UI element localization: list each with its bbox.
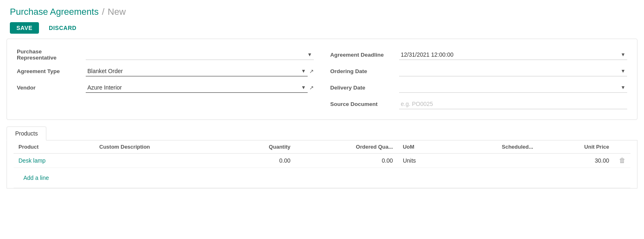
cell-delete: 🗑: [614, 154, 630, 168]
source-document-row: Source Document: [330, 97, 627, 111]
vendor-select-wrapper: Azure Interior ▼: [86, 83, 308, 93]
col-uom: UoM: [398, 140, 448, 154]
purchase-representative-label: PurchaseRepresentative: [17, 48, 82, 61]
agreement-deadline-row: Agreement Deadline ▼: [330, 47, 627, 62]
ordering-date-input[interactable]: [399, 66, 627, 76]
table-row: Desk lamp 0.00 0.00 Units 30.0: [14, 154, 630, 168]
purchase-representative-select[interactable]: [86, 50, 314, 60]
delivery-date-wrapper: ▼: [399, 83, 627, 93]
tab-products[interactable]: Products: [7, 126, 46, 140]
cell-uom: Units: [398, 154, 448, 168]
purchase-representative-value: ▼: [86, 50, 314, 60]
delivery-date-input[interactable]: [399, 83, 627, 93]
form-section: PurchaseRepresentative ▼ Agreement Type: [7, 39, 637, 120]
delivery-date-label: Delivery Date: [330, 85, 396, 91]
col-custom-description: Custom Description: [94, 140, 226, 154]
agreement-deadline-value: ▼: [399, 50, 627, 60]
add-line-button[interactable]: Add a line: [18, 171, 54, 184]
agreement-type-value: Blanket Order ▼ ↗: [86, 66, 314, 76]
col-unit-price: Unit Price: [538, 140, 614, 154]
agreement-type-row: Agreement Type Blanket Order ▼ ↗: [17, 64, 314, 78]
purchase-representative-select-wrapper: ▼: [86, 50, 314, 60]
agreement-deadline-label: Agreement Deadline: [330, 52, 396, 58]
table-header-row: Product Custom Description Quantity Orde…: [14, 140, 630, 154]
ordering-date-wrapper: ▼: [399, 66, 627, 76]
product-link[interactable]: Desk lamp: [18, 157, 46, 164]
cell-quantity: 0.00: [226, 154, 295, 168]
form-left: PurchaseRepresentative ▼ Agreement Type: [17, 47, 314, 111]
discard-button[interactable]: DISCARD: [42, 22, 83, 34]
col-scheduled: Scheduled...: [448, 140, 538, 154]
tabs-header: Products: [7, 126, 637, 140]
source-document-value: [399, 99, 627, 109]
vendor-external-link[interactable]: ↗: [309, 85, 314, 91]
source-document-label: Source Document: [330, 101, 396, 107]
breadcrumb-parent[interactable]: Purchase Agreements: [10, 7, 98, 17]
delivery-date-row: Delivery Date ▼: [330, 80, 627, 95]
ordering-date-value: ▼: [399, 66, 627, 76]
col-ordered-qty: Ordered Qua...: [295, 140, 398, 154]
agreement-type-label: Agreement Type: [17, 68, 82, 74]
vendor-row: Vendor Azure Interior ▼ ↗: [17, 80, 314, 95]
agreement-type-external-link[interactable]: ↗: [309, 68, 314, 74]
agreement-deadline-input[interactable]: [399, 50, 627, 60]
cell-unit-price: 30.00: [538, 154, 614, 168]
col-quantity: Quantity: [226, 140, 295, 154]
vendor-label: Vendor: [17, 85, 82, 91]
vendor-select[interactable]: Azure Interior: [86, 83, 308, 93]
ordering-date-label: Ordering Date: [330, 68, 396, 74]
cell-scheduled: [448, 154, 538, 168]
col-product: Product: [14, 140, 94, 154]
breadcrumb-current: New: [108, 7, 126, 17]
purchase-representative-row: PurchaseRepresentative ▼: [17, 47, 314, 62]
cell-ordered-qty: 0.00: [295, 154, 398, 168]
ordering-date-row: Ordering Date ▼: [330, 64, 627, 78]
col-actions: [614, 140, 630, 154]
source-document-input[interactable]: [399, 99, 627, 109]
tabs-section: Products: [7, 126, 637, 140]
page-header: Purchase Agreements / New: [0, 0, 644, 21]
products-table-wrapper: Product Custom Description Quantity Orde…: [7, 140, 637, 188]
toolbar: SAVE DISCARD: [0, 21, 644, 39]
delivery-date-value: ▼: [399, 83, 627, 93]
cell-product: Desk lamp: [14, 154, 94, 168]
save-button[interactable]: SAVE: [10, 22, 39, 34]
add-line-cell: Add a line: [14, 168, 630, 188]
agreement-deadline-wrapper: ▼: [399, 50, 627, 60]
breadcrumb-separator: /: [102, 7, 104, 17]
add-line-row: Add a line: [14, 168, 630, 188]
cell-custom-description: [94, 154, 226, 168]
agreement-type-select-wrapper: Blanket Order ▼: [86, 66, 308, 76]
form-right: Agreement Deadline ▼ Ordering Date ▼: [330, 47, 627, 111]
agreement-type-select[interactable]: Blanket Order: [86, 66, 308, 76]
delete-row-icon[interactable]: 🗑: [619, 157, 626, 164]
products-table: Product Custom Description Quantity Orde…: [14, 140, 630, 188]
vendor-value: Azure Interior ▼ ↗: [86, 83, 314, 93]
